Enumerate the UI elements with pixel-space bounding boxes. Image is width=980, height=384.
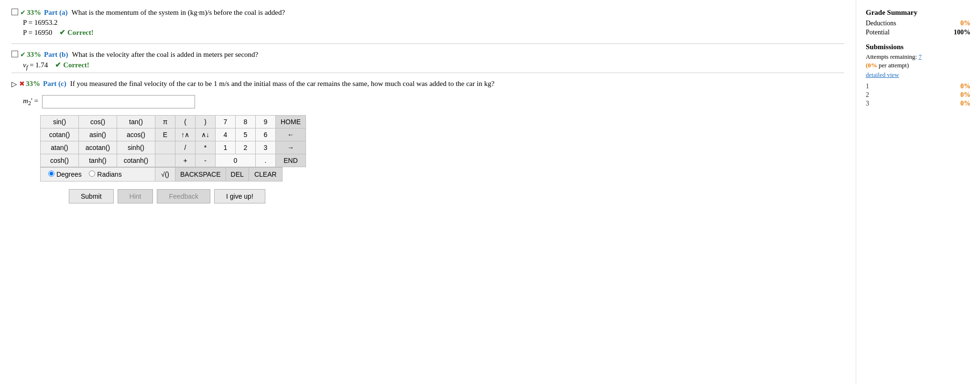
part-a-answer2: P = 16950 ✔ Correct! bbox=[23, 28, 844, 37]
potential-label: Potential bbox=[866, 29, 890, 36]
calc-cotan[interactable]: cotan() bbox=[41, 128, 79, 141]
calc-3[interactable]: 3 bbox=[256, 141, 276, 154]
right-panel: Grade Summary Deductions 0% Potential 10… bbox=[856, 0, 980, 384]
part-b-check-icon: ✔ bbox=[20, 51, 26, 59]
feedback-button[interactable]: Feedback bbox=[157, 189, 210, 203]
calc-2[interactable]: 2 bbox=[236, 141, 256, 154]
part-a-correct: ✔ Correct! bbox=[59, 29, 93, 36]
separator-ab bbox=[11, 43, 844, 44]
calc-forward-arrow[interactable]: → bbox=[276, 141, 306, 154]
submit-button[interactable]: Submit bbox=[69, 189, 114, 203]
calc-cosh[interactable]: cosh() bbox=[41, 154, 79, 167]
part-c-header: ▷ ✖ 33% Part (c) If you measured the fin… bbox=[11, 80, 844, 88]
calc-open-paren[interactable]: ( bbox=[175, 116, 196, 128]
calc-dot[interactable]: . bbox=[256, 154, 276, 167]
input-row: m2' = bbox=[23, 95, 844, 108]
submission-2: 2 0% bbox=[866, 91, 970, 99]
calc-0[interactable]: 0 bbox=[216, 154, 256, 167]
part-a-header: ✔ 33% Part (a) What is the momentum of t… bbox=[11, 9, 844, 17]
calc-cotanh[interactable]: cotanh() bbox=[117, 154, 155, 167]
part-c-section: ▷ ✖ 33% Part (c) If you measured the fin… bbox=[11, 73, 844, 203]
part-b-question: What is the velocity after the coal is a… bbox=[72, 51, 258, 59]
part-c-x-icon: ✖ bbox=[19, 80, 25, 88]
calc-sqrt[interactable]: √() bbox=[155, 168, 175, 181]
part-c-label: Part (c) bbox=[43, 80, 66, 88]
detailed-view-link[interactable]: detailed view bbox=[866, 71, 970, 79]
radians-radio[interactable] bbox=[89, 171, 95, 177]
part-a-checkbox bbox=[11, 9, 18, 15]
degrees-radio[interactable] bbox=[48, 171, 54, 177]
part-b-answer: vf = 1.74 ✔ Correct! bbox=[23, 61, 844, 71]
calc-atan[interactable]: atan() bbox=[41, 141, 79, 154]
radians-label: Radians bbox=[97, 171, 121, 178]
part-b-correct: ✔ Correct! bbox=[55, 61, 89, 69]
deductions-row: Deductions 0% bbox=[866, 20, 970, 27]
degrees-label: Degrees bbox=[56, 171, 82, 178]
calc-divide[interactable]: / bbox=[175, 141, 196, 154]
hint-button[interactable]: Hint bbox=[118, 189, 153, 203]
calc-plus[interactable]: + bbox=[175, 154, 196, 167]
m2-input[interactable] bbox=[42, 95, 195, 108]
per-attempt: (0% per attempt) bbox=[866, 62, 970, 69]
calc-pi[interactable]: π bbox=[155, 116, 175, 128]
calc-close-paren[interactable]: ) bbox=[196, 116, 216, 128]
calc-tanh[interactable]: tanh() bbox=[79, 154, 117, 167]
part-c-triangle-icon: ▷ bbox=[11, 80, 17, 88]
potential-row: Potential 100% bbox=[866, 29, 970, 36]
part-c-question: If you measured the final velocity of th… bbox=[70, 80, 495, 88]
calc-asin[interactable]: asin() bbox=[79, 128, 117, 141]
calc-del[interactable]: DEL bbox=[226, 168, 249, 181]
calc-empty1 bbox=[155, 141, 175, 154]
calc-up-arrow[interactable]: ↑∧ bbox=[175, 128, 196, 141]
calc-sin[interactable]: sin() bbox=[41, 116, 79, 128]
calc-cos[interactable]: cos() bbox=[79, 116, 117, 128]
attempts-value: 7 bbox=[918, 53, 922, 60]
calc-back-arrow[interactable]: ← bbox=[276, 128, 306, 141]
part-a-check-icon: ✔ bbox=[20, 9, 26, 17]
input-label: m2' = bbox=[23, 97, 38, 107]
calc-minus[interactable]: - bbox=[196, 154, 216, 167]
calc-home[interactable]: HOME bbox=[276, 116, 306, 128]
part-a-percent: 33% bbox=[27, 9, 41, 17]
part-b-label: Part (b) bbox=[44, 51, 68, 59]
give-up-button[interactable]: I give up! bbox=[214, 189, 265, 203]
potential-value: 100% bbox=[954, 29, 970, 36]
part-b-percent: 33% bbox=[27, 51, 41, 59]
calc-end[interactable]: END bbox=[276, 154, 306, 167]
calc-backspace[interactable]: BACKSPACE bbox=[175, 168, 226, 181]
calc-4[interactable]: 4 bbox=[216, 128, 236, 141]
calc-9[interactable]: 9 bbox=[256, 116, 276, 128]
part-a-question: What is the momentum of the system in (k… bbox=[72, 9, 285, 17]
part-b-checkbox bbox=[11, 51, 18, 57]
calc-tan[interactable]: tan() bbox=[117, 116, 155, 128]
grade-summary-title: Grade Summary bbox=[866, 9, 970, 17]
calc-acos[interactable]: acos() bbox=[117, 128, 155, 141]
part-b-header: ✔ 33% Part (b) What is the velocity afte… bbox=[11, 51, 844, 59]
calc-multiply[interactable]: * bbox=[196, 141, 216, 154]
calculator-table: sin() cos() tan() π ( ) 7 8 9 HOME cotan… bbox=[40, 115, 306, 167]
part-c-percent: 33% bbox=[26, 80, 40, 88]
per-attempt-pct: (0% bbox=[866, 62, 877, 69]
calc-sinh[interactable]: sinh() bbox=[117, 141, 155, 154]
deductions-label: Deductions bbox=[866, 20, 896, 27]
calc-5[interactable]: 5 bbox=[236, 128, 256, 141]
calc-7[interactable]: 7 bbox=[216, 116, 236, 128]
calc-radio-table: Degrees Radians √() BACKSPACE DEL CLEAR bbox=[40, 167, 283, 181]
submission-1: 1 0% bbox=[866, 83, 970, 90]
calc-empty2 bbox=[155, 154, 175, 167]
calc-bottom-rows: Degrees Radians √() BACKSPACE DEL CLEAR bbox=[40, 167, 844, 181]
attempts-label: Attempts remaining: bbox=[866, 53, 917, 60]
part-a-label: Part (a) bbox=[44, 9, 68, 17]
calculator-area: sin() cos() tan() π ( ) 7 8 9 HOME cotan… bbox=[40, 115, 844, 181]
calc-8[interactable]: 8 bbox=[236, 116, 256, 128]
part-a-answer1: P = 16953.2 bbox=[23, 19, 844, 27]
submissions-title: Submissions bbox=[866, 43, 970, 51]
calc-6[interactable]: 6 bbox=[256, 128, 276, 141]
calc-1[interactable]: 1 bbox=[216, 141, 236, 154]
calc-angle-mode: Degrees Radians bbox=[41, 168, 155, 181]
calc-clear[interactable]: CLEAR bbox=[249, 168, 282, 181]
calc-e[interactable]: E bbox=[155, 128, 175, 141]
submission-3: 3 0% bbox=[866, 100, 970, 107]
calc-acotan[interactable]: acotan() bbox=[79, 141, 117, 154]
calc-down-arrow[interactable]: ∧↓ bbox=[196, 128, 216, 141]
